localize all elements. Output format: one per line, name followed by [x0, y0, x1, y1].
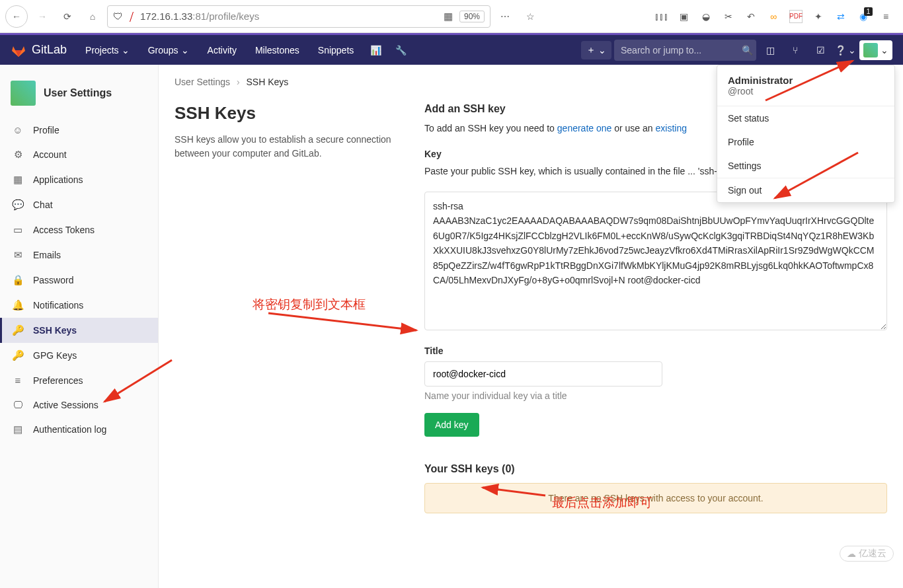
sidebar-icon: 🔔 — [12, 299, 24, 311]
issues-icon[interactable]: ◫ — [759, 39, 781, 61]
menu-signout[interactable]: Sign out — [717, 178, 894, 202]
home-button[interactable]: ⌂ — [82, 6, 103, 27]
menu-settings[interactable]: Settings — [717, 154, 894, 178]
sidebar-item-label: SSH Keys — [33, 325, 77, 336]
browser-toolbar: ← → ⟳ ⌂ 🛡 ⧸ 172.16.1.33:81/profile/keys … — [0, 0, 903, 33]
qr-icon[interactable]: ▦ — [444, 11, 453, 22]
sidebar-item-label: Emails — [33, 250, 61, 260]
gitlab-logo[interactable]: GitLab — [11, 42, 67, 58]
title-hint: Name your individual key via a title — [424, 390, 887, 401]
zoom-indicator[interactable]: 90% — [459, 11, 485, 22]
ssh-list-heading: Your SSH keys (0) — [424, 463, 887, 475]
sync-icon[interactable]: ⇄ — [834, 10, 847, 23]
nav-snippets[interactable]: Snippets — [310, 34, 362, 66]
sidebar: User Settings ☺Profile⚙Account▦Applicati… — [0, 65, 159, 588]
back-button[interactable]: ← — [5, 5, 28, 28]
plus-icon: ＋ — [586, 44, 596, 56]
existing-link[interactable]: existing — [656, 123, 687, 133]
nav-projects[interactable]: Projects ⌄ — [77, 34, 137, 66]
sidebar-icon: ☺ — [12, 124, 24, 135]
sidebar-item-label: Access Tokens — [33, 225, 95, 235]
add-key-button[interactable]: Add key — [424, 413, 479, 437]
breadcrumb-sep: › — [237, 77, 240, 87]
reader-icon[interactable]: ▣ — [677, 10, 690, 23]
key-textarea[interactable] — [424, 192, 887, 330]
sidebar-item-label: Notifications — [33, 300, 83, 311]
sidebar-icon: ▦ — [12, 174, 24, 186]
nav-chart-icon[interactable]: 📊 — [364, 39, 387, 61]
search-input[interactable] — [621, 45, 736, 55]
sidebar-item-profile[interactable]: ☺Profile — [0, 118, 158, 142]
gitlab-navbar: GitLab Projects ⌄ Groups ⌄ Activity Mile… — [0, 33, 903, 65]
nav-milestones[interactable]: Milestones — [247, 34, 307, 66]
todos-icon[interactable]: ☑ — [809, 39, 832, 61]
sidebar-icon: 💬 — [12, 199, 24, 211]
url-bar[interactable]: 🛡 ⧸ 172.16.1.33:81/profile/keys ▦ 90% — [107, 5, 491, 28]
user-avatar-button[interactable]: ⌄ — [859, 40, 892, 60]
sidebar-item-account[interactable]: ⚙Account — [0, 142, 158, 167]
sidebar-item-authentication-log[interactable]: ▤Authentication log — [0, 417, 158, 442]
account-icon[interactable]: ◒ — [699, 10, 713, 23]
reload-button[interactable]: ⟳ — [57, 6, 78, 27]
menu-set-status[interactable]: Set status — [717, 106, 894, 130]
hamburger-icon[interactable]: ≡ — [879, 10, 892, 23]
crop-icon[interactable]: ✂ — [722, 10, 735, 23]
generate-one-link[interactable]: generate one — [557, 123, 612, 133]
insecure-icon: ⧸ — [130, 11, 134, 22]
nav-groups[interactable]: Groups ⌄ — [140, 34, 197, 66]
star-icon[interactable]: ☆ — [520, 6, 541, 27]
sidebar-title: User Settings — [44, 87, 112, 99]
library-icon[interactable]: ⫿⫿⫿ — [654, 10, 668, 23]
breadcrumb-root[interactable]: User Settings — [175, 77, 230, 87]
brand-text: GitLab — [32, 43, 67, 57]
sidebar-item-access-tokens[interactable]: ▭Access Tokens — [0, 217, 158, 242]
sidebar-icon: ⚙ — [12, 149, 24, 161]
nav-activity[interactable]: Activity — [200, 34, 245, 66]
sidebar-item-active-sessions[interactable]: 🖵Active Sessions — [0, 392, 158, 417]
sidebar-icon: ≡ — [12, 375, 24, 386]
watermark: ☁ 亿速云 — [840, 546, 894, 562]
infinity-icon[interactable]: ∞ — [767, 10, 780, 23]
url-text: 172.16.1.33:81/profile/keys — [140, 11, 437, 22]
merge-requests-icon[interactable]: ⑂ — [784, 39, 806, 61]
empty-ssh-alert: There are no SSH keys with access to you… — [424, 483, 887, 513]
breadcrumb-current: SSH Keys — [247, 77, 289, 87]
sidebar-item-label: Preferences — [33, 375, 83, 386]
plus-menu[interactable]: ＋ ⌄ — [581, 41, 611, 59]
page-description: SSH keys allow you to establish a secure… — [175, 133, 398, 161]
help-icon[interactable]: ❔ ⌄ — [834, 39, 857, 61]
sidebar-item-label: Active Sessions — [33, 400, 98, 410]
sidebar-item-label: Password — [33, 275, 73, 285]
puzzle-icon[interactable]: ✦ — [812, 10, 825, 23]
pdf-icon[interactable]: PDF — [789, 10, 803, 23]
notif-ext-icon[interactable]: ◉1 — [857, 10, 870, 23]
sidebar-icon: ▭ — [12, 224, 24, 236]
title-input[interactable] — [424, 361, 662, 386]
undo-icon[interactable]: ↶ — [744, 10, 758, 23]
sidebar-item-chat[interactable]: 💬Chat — [0, 192, 158, 217]
sidebar-item-label: Authentication log — [33, 424, 106, 435]
forward-button[interactable]: → — [32, 6, 53, 27]
menu-profile[interactable]: Profile — [717, 130, 894, 154]
sidebar-item-notifications[interactable]: 🔔Notifications — [0, 293, 158, 318]
sidebar-item-ssh-keys[interactable]: 🔑SSH Keys — [0, 318, 158, 343]
sidebar-item-label: GPG Keys — [33, 350, 77, 361]
sidebar-item-password[interactable]: 🔒Password — [0, 268, 158, 293]
chevron-down-icon: ⌄ — [881, 45, 888, 55]
sidebar-item-label: Profile — [33, 125, 59, 135]
sidebar-icon: 🔑 — [12, 349, 24, 361]
sidebar-icon: ▤ — [12, 423, 24, 435]
sidebar-item-applications[interactable]: ▦Applications — [0, 167, 158, 192]
sidebar-icon: ✉ — [12, 249, 24, 261]
nav-wrench-icon[interactable]: 🔧 — [389, 39, 412, 61]
sidebar-item-gpg-keys[interactable]: 🔑GPG Keys — [0, 343, 158, 368]
sidebar-icon: 🔒 — [12, 274, 24, 286]
search-box[interactable]: 🔍 — [614, 40, 756, 61]
sidebar-item-label: Chat — [33, 200, 53, 210]
more-icon[interactable]: ⋯ — [494, 6, 516, 27]
avatar — [863, 43, 878, 57]
sidebar-item-label: Applications — [33, 174, 83, 185]
sidebar-item-preferences[interactable]: ≡Preferences — [0, 368, 158, 392]
sidebar-item-emails[interactable]: ✉Emails — [0, 242, 158, 268]
avatar — [11, 81, 36, 106]
